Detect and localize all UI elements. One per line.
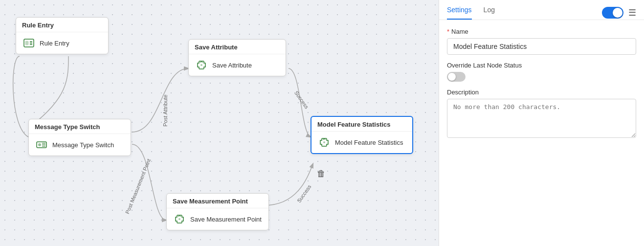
description-field-group: Description: [447, 89, 636, 138]
model-feature-statistics-icon: [317, 135, 331, 149]
rule-entry-icon: [22, 36, 36, 50]
name-field-group: * Name: [447, 28, 636, 55]
edge-label-post-measurement: Post Measurement Point: [124, 158, 152, 215]
override-toggle[interactable]: [447, 72, 466, 82]
required-star: *: [447, 28, 449, 35]
svg-point-12: [178, 218, 180, 220]
save-measurement-icon: [173, 212, 186, 226]
svg-point-11: [323, 141, 325, 143]
override-field-group: Override Last Node Status: [447, 62, 636, 82]
node-message-type-switch[interactable]: Message Type Switch Message Type Switch: [28, 119, 131, 156]
node-sa-title: Save Attribute: [189, 40, 286, 54]
node-mfs-label: Model Feature Statistics: [335, 139, 403, 146]
name-input[interactable]: [447, 38, 636, 55]
panel-content: * Name Override Last Node Status Descrip…: [439, 20, 644, 146]
message-switch-icon: [35, 138, 48, 152]
description-label: Description: [447, 89, 636, 96]
panel-header: Settings Log ☰: [439, 0, 644, 20]
name-label: * Name: [447, 28, 636, 35]
delete-node-button[interactable]: 🗑: [317, 169, 326, 179]
node-rule-entry[interactable]: Rule Entry Rule Entry: [16, 17, 109, 54]
node-rule-entry-title: Rule Entry: [16, 18, 108, 32]
node-mts-title: Message Type Switch: [29, 119, 131, 134]
svg-rect-1: [25, 41, 28, 45]
node-save-attribute[interactable]: Save Attribute Save Attribute: [188, 39, 286, 76]
node-mts-label: Message Type Switch: [52, 141, 114, 149]
description-textarea[interactable]: [447, 99, 636, 138]
edge-label-success-top: Success: [293, 90, 310, 110]
right-panel: Settings Log ☰ * Name Override Last Node…: [439, 0, 644, 246]
save-attribute-icon: [195, 58, 208, 72]
tab-log[interactable]: Log: [484, 6, 495, 20]
edge-label-post-attribute: Post Attribute: [162, 94, 168, 126]
svg-point-10: [200, 64, 202, 66]
node-model-feature-statistics[interactable]: Model Feature Statistics Model Feature S…: [311, 116, 413, 154]
node-smp-label: Save Measurement Point: [190, 216, 262, 223]
node-save-measurement-point[interactable]: Save Measurement Point Save Measurement …: [166, 193, 269, 230]
override-label: Override Last Node Status: [447, 62, 636, 69]
panel-tabs: Settings Log: [447, 6, 495, 20]
tab-settings[interactable]: Settings: [447, 6, 472, 20]
node-rule-entry-label: Rule Entry: [40, 40, 69, 47]
menu-icon[interactable]: ☰: [628, 7, 636, 18]
canvas-area: Rule Entry Rule Entry Message Type Switc…: [0, 0, 439, 246]
svg-point-6: [38, 143, 41, 146]
edge-label-success-bottom: Success: [296, 184, 312, 204]
node-sa-label: Save Attribute: [212, 62, 252, 69]
node-mfs-title: Model Feature Statistics: [311, 117, 412, 132]
panel-actions: ☰: [602, 7, 636, 19]
panel-toggle[interactable]: [602, 7, 623, 19]
node-smp-title: Save Measurement Point: [167, 194, 268, 208]
